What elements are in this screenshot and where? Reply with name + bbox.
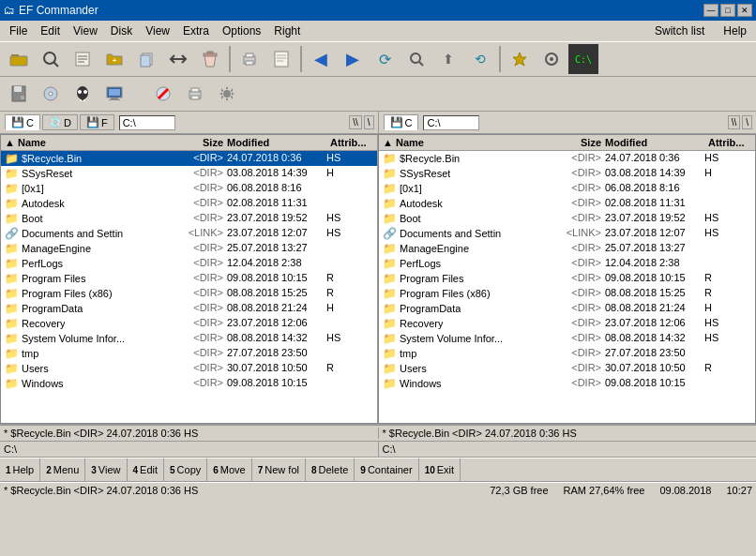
menu-edit[interactable]: Edit xyxy=(35,23,66,39)
file-row[interactable]: 📁SSysReset<DIR>03.08.2018 14:39H xyxy=(1,166,377,181)
right-col-modified[interactable]: Modified xyxy=(603,136,706,149)
file-row[interactable]: 🔗Documents and Settin<LINK>23.07.2018 12… xyxy=(1,226,377,241)
menu-view2[interactable]: View xyxy=(140,23,175,39)
maximize-button[interactable]: □ xyxy=(720,4,735,17)
toolbar-forward[interactable]: ▶ xyxy=(338,44,368,74)
file-row[interactable]: 📁$Recycle.Bin<DIR>24.07.2018 0:36HS xyxy=(1,151,377,166)
file-attrib: H xyxy=(326,167,373,180)
toolbar2-settings[interactable] xyxy=(212,79,242,109)
left-col-attrib[interactable]: Attrib... xyxy=(328,136,375,149)
right-col-size[interactable]: Size xyxy=(542,136,603,149)
toolbar-new-folder[interactable]: + xyxy=(99,44,129,74)
menu-switch-list[interactable]: Switch list xyxy=(649,23,710,39)
file-row[interactable]: 📁Autodesk<DIR>02.08.2018 11:31 xyxy=(1,196,377,211)
toolbar-move[interactable] xyxy=(163,44,193,74)
file-row[interactable]: 📁System Volume Infor...<DIR>08.08.2018 1… xyxy=(1,331,377,346)
toolbar2-print2[interactable] xyxy=(180,79,210,109)
file-row[interactable]: 📁Windows<DIR>09.08.2018 10:15 xyxy=(379,376,755,391)
file-row[interactable]: 📁[0x1]<DIR>06.08.2018 8:16 xyxy=(379,181,755,196)
bottom-btn-container[interactable]: 9Container xyxy=(355,458,418,481)
file-row[interactable]: 📁ProgramData<DIR>08.08.2018 21:24H xyxy=(379,301,755,316)
right-col-name[interactable]: ▲ Name xyxy=(381,136,542,149)
file-row[interactable]: 📁Users<DIR>30.07.2018 10:50R xyxy=(1,361,377,376)
toolbar-back[interactable]: ◀ xyxy=(306,44,336,74)
toolbar-search[interactable] xyxy=(36,44,66,74)
menu-disk[interactable]: Disk xyxy=(105,23,138,39)
left-drive-f[interactable]: 💾 F xyxy=(80,114,114,130)
left-arrow-back[interactable]: \ xyxy=(364,115,374,129)
file-row[interactable]: 📁ManageEngine<DIR>25.07.2018 13:27 xyxy=(379,241,755,256)
bottom-btn-view[interactable]: 3View xyxy=(85,458,127,481)
right-arrow-back[interactable]: \ xyxy=(742,115,752,129)
file-row[interactable]: 📁Program Files (x86)<DIR>08.08.2018 15:2… xyxy=(379,286,755,301)
file-row[interactable]: 📁Program Files (x86)<DIR>08.08.2018 15:2… xyxy=(1,286,377,301)
menu-options[interactable]: Options xyxy=(217,23,266,39)
toolbar-view3[interactable] xyxy=(537,44,567,74)
file-row[interactable]: 📁Boot<DIR>23.07.2018 19:52HS xyxy=(379,211,755,226)
left-col-modified[interactable]: Modified xyxy=(225,136,328,149)
right-path-input[interactable] xyxy=(423,115,479,130)
bottom-btn-new-fol[interactable]: 7New fol xyxy=(252,458,306,481)
file-row[interactable]: 📁Boot<DIR>23.07.2018 19:52HS xyxy=(1,211,377,226)
file-row[interactable]: 📁tmp<DIR>27.07.2018 23:50 xyxy=(379,346,755,361)
file-row[interactable]: 📁Autodesk<DIR>02.08.2018 11:31 xyxy=(379,196,755,211)
toolbar-print[interactable] xyxy=(234,44,265,74)
menu-view[interactable]: View xyxy=(68,23,103,39)
bottom-btn-help[interactable]: 1Help xyxy=(0,458,40,481)
menu-extra[interactable]: Extra xyxy=(177,23,215,39)
file-row[interactable]: 📁Windows<DIR>09.08.2018 10:15 xyxy=(1,376,377,391)
toolbar2-cd[interactable] xyxy=(36,79,66,109)
file-row[interactable]: 📁Program Files<DIR>09.08.2018 10:15R xyxy=(1,271,377,286)
file-row[interactable]: 📁Users<DIR>30.07.2018 10:50R xyxy=(379,361,755,376)
file-row[interactable]: 📁SSysReset<DIR>03.08.2018 14:39H xyxy=(379,166,755,181)
file-row[interactable]: 📁PerfLogs<DIR>12.04.2018 2:38 xyxy=(379,256,755,271)
file-row[interactable]: 🔗Documents and Settin<LINK>23.07.2018 12… xyxy=(379,226,755,241)
bottom-btn-menu[interactable]: 2Menu xyxy=(40,458,85,481)
right-drive-c[interactable]: 💾 C xyxy=(384,114,419,130)
file-row[interactable]: 📁Program Files<DIR>09.08.2018 10:15R xyxy=(379,271,755,286)
toolbar-terminal[interactable]: C:\ xyxy=(568,44,598,74)
close-button[interactable]: ✕ xyxy=(737,4,752,17)
toolbar-edit[interactable] xyxy=(68,44,98,74)
file-row[interactable]: 📁$Recycle.Bin<DIR>24.07.2018 0:36HS xyxy=(379,151,755,166)
toolbar2-floppy[interactable] xyxy=(4,79,34,109)
bottom-btn-move[interactable]: 6Move xyxy=(207,458,251,481)
toolbar2-skull[interactable] xyxy=(68,79,98,109)
right-arrow-up[interactable]: \\ xyxy=(728,115,741,129)
toolbar-properties[interactable] xyxy=(266,44,296,74)
file-row[interactable]: 📁ProgramData<DIR>08.08.2018 21:24H xyxy=(1,301,377,316)
bottom-btn-copy[interactable]: 5Copy xyxy=(164,458,207,481)
toolbar-refresh[interactable]: ⟳ xyxy=(370,44,400,74)
toolbar2-computer[interactable] xyxy=(99,79,129,109)
toolbar-delete[interactable] xyxy=(195,44,225,74)
file-row[interactable]: 📁PerfLogs<DIR>12.04.2018 2:38 xyxy=(1,256,377,271)
bottom-btn-delete[interactable]: 8Delete xyxy=(306,458,355,481)
file-row[interactable]: 📁System Volume Infor...<DIR>08.08.2018 1… xyxy=(379,331,755,346)
toolbar-gold[interactable] xyxy=(505,44,535,74)
toolbar-copy-files[interactable] xyxy=(131,44,161,74)
toolbar-up[interactable]: ⬆ xyxy=(433,44,463,74)
menu-help[interactable]: Help xyxy=(718,23,752,39)
left-col-size[interactable]: Size xyxy=(164,136,225,149)
left-col-name[interactable]: ▲ Name xyxy=(3,136,164,149)
toolbar2-no[interactable] xyxy=(148,79,178,109)
toolbar-sync[interactable]: ⟲ xyxy=(465,44,495,74)
minimize-button[interactable]: — xyxy=(703,4,718,17)
left-drive-d[interactable]: 💿 D xyxy=(42,114,78,130)
file-modified: 08.08.2018 21:24 xyxy=(601,302,704,315)
toolbar-find[interactable] xyxy=(401,44,431,74)
menu-right[interactable]: Right xyxy=(268,23,306,39)
left-path-input[interactable] xyxy=(119,115,175,130)
file-row[interactable]: 📁ManageEngine<DIR>25.07.2018 13:27 xyxy=(1,241,377,256)
file-row[interactable]: 📁Recovery<DIR>23.07.2018 12:06HS xyxy=(379,316,755,331)
bottom-btn-exit[interactable]: 10Exit xyxy=(419,458,461,481)
menu-file[interactable]: File xyxy=(4,23,33,39)
file-row[interactable]: 📁tmp<DIR>27.07.2018 23:50 xyxy=(1,346,377,361)
file-row[interactable]: 📁Recovery<DIR>23.07.2018 12:06 xyxy=(1,316,377,331)
left-arrow-up[interactable]: \\ xyxy=(349,115,362,129)
left-drive-c[interactable]: 💾 C xyxy=(5,114,40,130)
right-col-attrib[interactable]: Attrib... xyxy=(706,136,753,149)
toolbar-open[interactable] xyxy=(4,44,34,74)
bottom-btn-edit[interactable]: 4Edit xyxy=(128,458,165,481)
file-row[interactable]: 📁[0x1]<DIR>06.08.2018 8:16 xyxy=(1,181,377,196)
